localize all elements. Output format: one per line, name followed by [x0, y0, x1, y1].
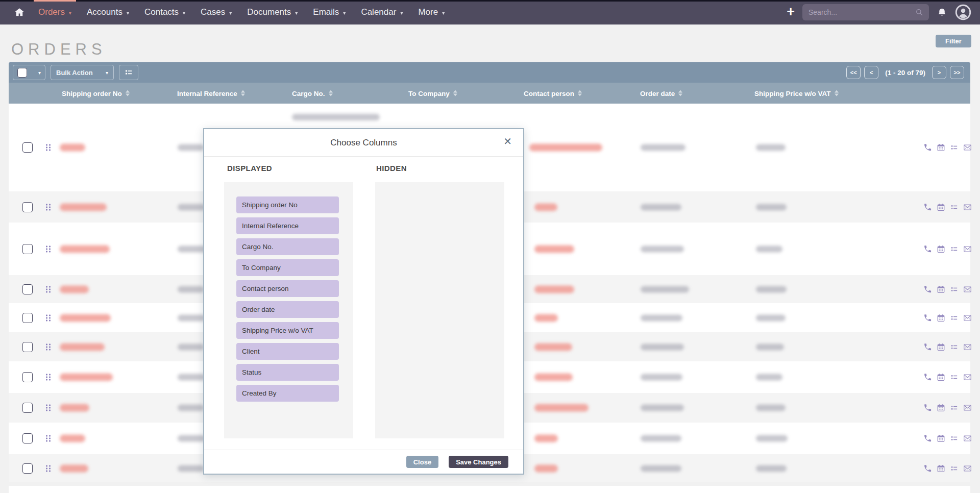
phone-icon[interactable]	[923, 244, 932, 253]
row-menu-icon[interactable]	[46, 314, 51, 321]
phone-icon[interactable]	[923, 434, 932, 443]
calendar-icon[interactable]	[937, 434, 945, 443]
column-chip-created-by[interactable]: Created By	[236, 385, 339, 402]
list-icon[interactable]	[950, 373, 959, 382]
search-icon[interactable]	[915, 8, 924, 17]
calendar-icon[interactable]	[937, 143, 945, 152]
column-chip-internal-reference[interactable]: Internal Reference	[236, 217, 339, 234]
email-icon[interactable]	[963, 285, 972, 293]
calendar-icon[interactable]	[937, 203, 945, 211]
nav-item-contacts[interactable]: Contacts▾	[137, 0, 193, 24]
calendar-icon[interactable]	[937, 404, 945, 412]
calendar-icon[interactable]	[937, 373, 945, 382]
choose-columns-button[interactable]	[119, 65, 138, 80]
phone-icon[interactable]	[923, 285, 932, 293]
sort-arrows-icon[interactable]	[578, 90, 582, 96]
sort-arrows-icon[interactable]	[126, 90, 130, 96]
list-icon[interactable]	[950, 404, 959, 412]
row-checkbox[interactable]	[22, 372, 33, 382]
email-icon[interactable]	[963, 373, 972, 382]
close-button[interactable]: Close	[406, 456, 438, 468]
email-icon[interactable]	[963, 244, 972, 253]
nav-item-orders[interactable]: Orders▾	[31, 0, 79, 24]
list-icon[interactable]	[950, 143, 959, 152]
select-all-dropdown[interactable]: ▾	[13, 65, 45, 80]
column-chip-client[interactable]: Client	[236, 343, 339, 360]
column-chip-shipping-order-no[interactable]: Shipping order No	[236, 196, 339, 213]
column-header-internal-reference[interactable]: Internal Reference	[177, 89, 245, 97]
email-icon[interactable]	[963, 203, 972, 211]
save-changes-button[interactable]: Save Changes	[449, 456, 508, 468]
sort-arrows-icon[interactable]	[835, 90, 839, 96]
email-icon[interactable]	[963, 434, 972, 443]
row-menu-icon[interactable]	[46, 245, 51, 252]
bulk-action-dropdown[interactable]: Bulk Action ▾	[51, 65, 114, 80]
row-menu-icon[interactable]	[46, 286, 51, 292]
row-checkbox[interactable]	[22, 463, 33, 474]
phone-icon[interactable]	[923, 313, 932, 322]
column-chip-cargo-no[interactable]: Cargo No.	[236, 238, 339, 255]
calendar-icon[interactable]	[937, 313, 945, 322]
phone-icon[interactable]	[923, 143, 932, 152]
column-header-contact-person[interactable]: Contact person	[524, 89, 582, 97]
column-header-shipping-price-w-o-vat[interactable]: Shipping Price w/o VAT	[754, 89, 839, 97]
row-menu-icon[interactable]	[46, 343, 51, 350]
nav-item-cases[interactable]: Cases▾	[193, 0, 239, 24]
email-icon[interactable]	[963, 313, 972, 322]
last-page-button[interactable]: >>	[950, 66, 964, 79]
notifications-button[interactable]	[937, 7, 947, 18]
column-header-to-company[interactable]: To Company	[408, 89, 457, 97]
column-chip-status[interactable]: Status	[236, 364, 339, 381]
calendar-icon[interactable]	[937, 342, 945, 351]
sort-arrows-icon[interactable]	[453, 90, 457, 96]
row-checkbox[interactable]	[22, 342, 33, 352]
close-icon[interactable]: ✕	[500, 136, 515, 147]
first-page-button[interactable]: <<	[846, 66, 861, 79]
calendar-icon[interactable]	[937, 244, 945, 253]
row-checkbox[interactable]	[22, 403, 33, 413]
column-chip-contact-person[interactable]: Contact person	[236, 280, 339, 297]
row-menu-icon[interactable]	[46, 144, 51, 151]
column-chip-to-company[interactable]: To Company	[236, 259, 339, 276]
list-icon[interactable]	[950, 464, 959, 473]
phone-icon[interactable]	[923, 464, 932, 473]
column-chip-order-date[interactable]: Order date	[236, 301, 339, 318]
email-icon[interactable]	[963, 404, 972, 412]
quick-create-button[interactable]: +	[787, 5, 795, 19]
row-menu-icon[interactable]	[46, 374, 51, 381]
row-checkbox[interactable]	[22, 313, 33, 323]
phone-icon[interactable]	[923, 342, 932, 351]
user-avatar[interactable]	[955, 4, 971, 20]
list-icon[interactable]	[950, 342, 959, 351]
nav-item-calendar[interactable]: Calendar▾	[353, 0, 410, 24]
sort-arrows-icon[interactable]	[329, 90, 333, 96]
nav-item-accounts[interactable]: Accounts▾	[79, 0, 137, 24]
phone-icon[interactable]	[923, 404, 932, 412]
sort-arrows-icon[interactable]	[241, 90, 245, 96]
calendar-icon[interactable]	[937, 285, 945, 293]
row-checkbox[interactable]	[22, 433, 33, 443]
search-input[interactable]	[807, 8, 915, 17]
calendar-icon[interactable]	[937, 464, 945, 473]
row-checkbox[interactable]	[22, 142, 33, 153]
list-icon[interactable]	[950, 203, 959, 211]
sort-arrows-icon[interactable]	[678, 90, 682, 96]
list-icon[interactable]	[950, 434, 959, 443]
row-menu-icon[interactable]	[46, 435, 51, 442]
prev-page-button[interactable]: <	[864, 66, 878, 79]
select-all-checkbox[interactable]	[17, 68, 27, 78]
filter-button[interactable]: Filter	[936, 35, 971, 47]
phone-icon[interactable]	[923, 203, 932, 211]
email-icon[interactable]	[963, 464, 972, 473]
nav-item-documents[interactable]: Documents▾	[239, 0, 305, 24]
row-menu-icon[interactable]	[46, 405, 51, 411]
list-icon[interactable]	[950, 313, 959, 322]
nav-item-emails[interactable]: Emails▾	[305, 0, 353, 24]
phone-icon[interactable]	[923, 373, 932, 382]
row-menu-icon[interactable]	[46, 204, 51, 210]
list-icon[interactable]	[950, 244, 959, 253]
nav-item-more[interactable]: More▾	[410, 0, 452, 24]
email-icon[interactable]	[963, 342, 972, 351]
row-checkbox[interactable]	[22, 284, 33, 294]
row-checkbox[interactable]	[22, 202, 33, 212]
